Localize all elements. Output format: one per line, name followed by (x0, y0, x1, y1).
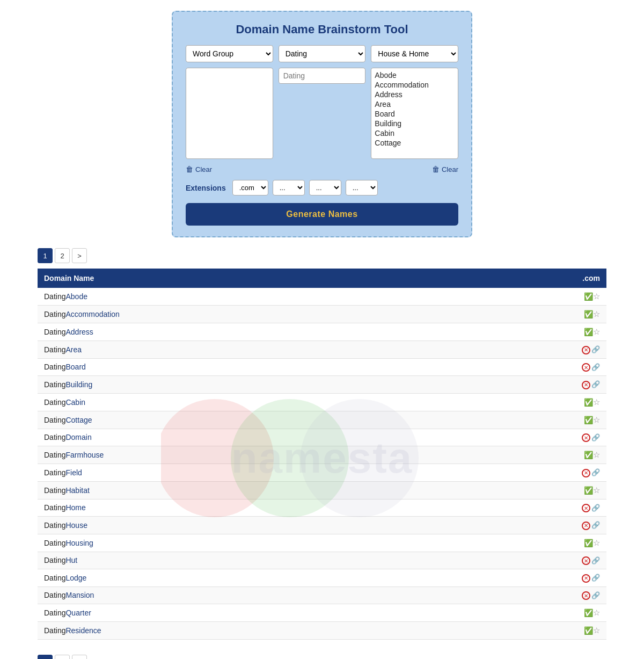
link-icon[interactable]: 🔗 (591, 574, 600, 582)
page-btn-2-top[interactable]: 2 (55, 248, 70, 263)
star-icon[interactable]: ☆ (593, 415, 600, 424)
x-icon[interactable]: ✕ (582, 469, 590, 477)
dating-dropdown[interactable]: Dating Tech Health Finance (279, 45, 366, 62)
table-row[interactable]: DatingLodge✕🔗 (38, 569, 606, 587)
star-icon[interactable]: ☆ (593, 450, 600, 459)
domain-prefix: Dating (44, 468, 65, 477)
star-icon[interactable]: ☆ (593, 626, 600, 635)
star-icon[interactable]: ☆ (593, 486, 600, 495)
x-icon[interactable]: ✕ (582, 433, 590, 442)
ext2-dropdown[interactable]: ... .net .co .io (273, 180, 305, 195)
word-item[interactable]: Area (375, 99, 455, 109)
clear-btn-left[interactable]: 🗑 Clear (186, 165, 212, 173)
word-item[interactable]: Address (375, 90, 455, 99)
domain-word: Hut (65, 556, 77, 564)
icons-cell: ✅☆ (458, 622, 606, 640)
house-home-dropdown[interactable]: House & Home Nature Business Sports (371, 45, 458, 62)
wordlist-box[interactable]: Abode Accommodation Address Area Board B… (371, 68, 458, 159)
check-icon[interactable]: ✅ (584, 292, 593, 301)
check-icon[interactable]: ✅ (584, 310, 593, 318)
table-row[interactable]: DatingCottage✅☆ (38, 411, 606, 429)
table-row[interactable]: DatingField✕🔗 (38, 464, 606, 482)
ext3-dropdown[interactable]: ... .net .co .io (309, 180, 341, 195)
table-row[interactable]: DatingBoard✕🔗 (38, 358, 606, 376)
dating-input[interactable] (279, 68, 366, 84)
table-row[interactable]: DatingHome✕🔗 (38, 499, 606, 517)
table-row[interactable]: DatingArea✕🔗 (38, 341, 606, 359)
check-icon[interactable]: ✅ (584, 609, 593, 617)
word-item[interactable]: Cottage (375, 138, 455, 148)
table-row[interactable]: DatingResidence✅☆ (38, 622, 606, 640)
link-icon[interactable]: 🔗 (591, 556, 600, 564)
clear-btn-right[interactable]: 🗑 Clear (432, 165, 458, 173)
table-row[interactable]: DatingHouse✕🔗 (38, 517, 606, 534)
domain-word: Habitat (65, 486, 89, 495)
x-icon[interactable]: ✕ (582, 381, 590, 389)
word-item[interactable]: Cabin (375, 128, 455, 138)
check-icon[interactable]: ✅ (584, 328, 593, 336)
x-icon[interactable]: ✕ (582, 522, 590, 530)
table-row[interactable]: DatingQuarter✅☆ (38, 604, 606, 622)
link-icon[interactable]: 🔗 (591, 468, 600, 476)
word-item[interactable]: Board (375, 109, 455, 119)
star-icon[interactable]: ☆ (593, 309, 600, 318)
table-row[interactable]: DatingDomain✕🔗 (38, 429, 606, 446)
star-icon[interactable]: ☆ (593, 327, 600, 336)
table-row[interactable]: DatingAddress✅☆ (38, 323, 606, 341)
generate-button[interactable]: Generate Names (186, 203, 458, 226)
extensions-row: Extensions .com .net .org .io ... .net .… (186, 180, 458, 195)
page-btn-1-bottom[interactable]: 1 (38, 655, 53, 659)
table-row[interactable]: DatingMansion✕🔗 (38, 586, 606, 604)
page-btn-1-top[interactable]: 1 (38, 248, 53, 263)
table-row[interactable]: DatingBuilding✕🔗 (38, 376, 606, 394)
page-btn-next-bottom[interactable]: > (72, 655, 87, 659)
link-icon[interactable]: 🔗 (591, 504, 600, 512)
link-icon[interactable]: 🔗 (591, 345, 600, 353)
page-btn-2-bottom[interactable]: 2 (55, 655, 70, 659)
check-icon[interactable]: ✅ (584, 626, 593, 635)
check-icon[interactable]: ✅ (584, 539, 593, 547)
word-item[interactable]: Accommodation (375, 80, 455, 90)
table-row[interactable]: DatingHabitat✅☆ (38, 481, 606, 499)
word-item[interactable]: Building (375, 119, 455, 128)
star-icon[interactable]: ☆ (593, 608, 600, 617)
domain-cell: DatingHouse (38, 517, 458, 534)
word-item[interactable]: Abode (375, 70, 455, 80)
check-icon[interactable]: ✅ (584, 398, 593, 407)
x-icon[interactable]: ✕ (582, 363, 590, 372)
star-icon[interactable]: ☆ (593, 397, 600, 407)
domain-cell: DatingHome (38, 499, 458, 517)
link-icon[interactable]: 🔗 (591, 380, 600, 388)
x-icon[interactable]: ✕ (582, 574, 590, 583)
star-icon[interactable]: ☆ (593, 538, 600, 547)
inputs-row: Abode Accommodation Address Area Board B… (186, 68, 458, 161)
word-group-dropdown[interactable]: Word Group Category Theme (186, 45, 273, 62)
link-icon[interactable]: 🔗 (591, 433, 600, 441)
check-icon[interactable]: ✅ (584, 451, 593, 459)
table-row[interactable]: DatingAccommodation✅☆ (38, 306, 606, 323)
domain-word: Area (65, 345, 82, 354)
table-row[interactable]: DatingCabin✅☆ (38, 393, 606, 411)
table-row[interactable]: DatingFarmhouse✅☆ (38, 446, 606, 464)
table-row[interactable]: DatingHut✕🔗 (38, 552, 606, 569)
x-icon[interactable]: ✕ (582, 591, 590, 600)
x-icon[interactable]: ✕ (582, 346, 590, 354)
star-icon[interactable]: ☆ (593, 292, 600, 301)
check-icon[interactable]: ✅ (584, 486, 593, 495)
link-icon[interactable]: 🔗 (591, 363, 600, 371)
link-icon[interactable]: 🔗 (591, 521, 600, 529)
table-row[interactable]: DatingHousing✅☆ (38, 534, 606, 552)
table-row[interactable]: DatingAbode✅☆ (38, 288, 606, 306)
link-icon[interactable]: 🔗 (591, 591, 600, 599)
ext1-dropdown[interactable]: .com .net .org .io (232, 180, 268, 195)
page-btn-next-top[interactable]: > (72, 248, 87, 263)
x-icon[interactable]: ✕ (582, 504, 590, 512)
words-textarea[interactable] (186, 68, 273, 159)
x-icon[interactable]: ✕ (582, 556, 590, 565)
check-icon[interactable]: ✅ (584, 416, 593, 424)
domain-word: House (65, 521, 87, 530)
icons-cell: ✕🔗 (458, 429, 606, 446)
ext4-dropdown[interactable]: ... .net .co .io (346, 180, 378, 195)
domain-prefix: Dating (44, 486, 65, 495)
table-header-row: Domain Name .com (38, 269, 606, 288)
